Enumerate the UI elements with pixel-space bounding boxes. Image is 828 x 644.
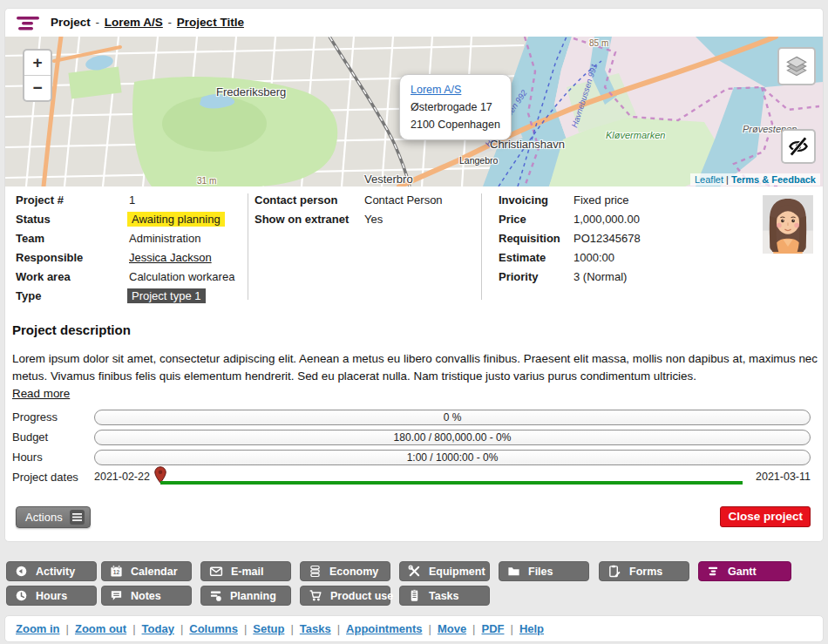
footer-link-columns[interactable]: Columns	[189, 622, 238, 635]
type-label: Type	[16, 289, 129, 302]
map-popup: Lorem A/S Østerbrogade 17 2100 Copenhage…	[399, 74, 512, 140]
page: Project - Lorem A/S - Project Title	[0, 0, 828, 644]
invoicing-label: Invoicing	[499, 193, 573, 207]
breadcrumb-project-link[interactable]: Project Title	[177, 16, 244, 29]
toolbar-button-files[interactable]: Files	[499, 561, 589, 581]
start-date: 2021-02-22	[94, 471, 150, 483]
layers-icon	[785, 55, 808, 78]
hamburger-icon	[70, 510, 85, 525]
status-badge: Awaiting planning	[127, 212, 225, 227]
status-value: Awaiting planning	[129, 213, 234, 226]
popup-company-link[interactable]: Lorem A/S	[411, 84, 461, 96]
details-divider	[481, 193, 482, 300]
toolbar-button-activity[interactable]: Activity	[6, 561, 97, 581]
project-number-label: Project #	[16, 193, 129, 207]
footer-link-today[interactable]: Today	[142, 622, 174, 635]
footer-panel: Zoom in| Zoom out| Today| Columns| Setup…	[4, 615, 824, 642]
breadcrumb-company-link[interactable]: Lorem A/S	[105, 16, 163, 29]
breadcrumb-separator: -	[166, 16, 174, 29]
leaflet-map[interactable]: Frederiksberg Vesterbro Christianshavn L…	[5, 37, 823, 186]
priority-value: 3 (Normal)	[573, 270, 641, 283]
product-use-icon	[309, 589, 322, 602]
leaflet-link[interactable]: Leaflet	[695, 174, 723, 185]
read-more-link[interactable]: Read more	[12, 387, 70, 400]
page-header: Project - Lorem A/S - Project Title	[5, 9, 823, 37]
calendar-icon: 12	[110, 565, 123, 578]
toolbar-button-calendar[interactable]: 12 Calendar	[101, 561, 192, 581]
footer-link-appointments[interactable]: Appointments	[346, 622, 422, 635]
footer-link-zoom-out[interactable]: Zoom out	[75, 622, 126, 635]
map-layers-button[interactable]	[777, 47, 816, 85]
breadcrumb-app: Project	[51, 16, 91, 29]
budget-bar: 180.00 / 800,000.00 - 0%	[94, 430, 811, 445]
status-label: Status	[16, 213, 129, 226]
details-divider	[248, 193, 248, 300]
toolbar-button-forms[interactable]: Forms	[599, 561, 689, 581]
map-label-klovermarken: Kløvermarken	[606, 130, 665, 140]
toolbar-button-hours[interactable]: Hours	[6, 586, 97, 606]
project-dates-label: Project dates	[12, 471, 78, 484]
footer-link-tasks[interactable]: Tasks	[300, 622, 331, 635]
project-dates-row: Project dates 2021-02-22 2021-03-11	[5, 470, 823, 485]
progress-row: Progress 0 %	[5, 410, 823, 425]
actions-menu-button[interactable]: Actions	[16, 506, 91, 528]
responsible-label: Responsible	[16, 251, 129, 264]
requisition-value: PO12345678	[573, 232, 641, 245]
breadcrumb-separator: -	[94, 16, 102, 29]
map-label-frederiksberg: Frederiksberg	[216, 85, 286, 98]
actions-label: Actions	[25, 511, 63, 524]
requisition-label: Requisition	[499, 232, 573, 245]
map-label-vesterbro: Vesterbro	[364, 173, 413, 186]
progress-label: Progress	[12, 410, 58, 424]
end-date: 2021-03-11	[756, 471, 811, 483]
close-project-button[interactable]: Close project	[720, 506, 811, 527]
gantt-brand-icon	[17, 16, 41, 31]
description-text: Lorem ipsum dolor sit amet, consectetur …	[12, 350, 818, 389]
footer-link-move[interactable]: Move	[438, 622, 466, 635]
priority-label: Priority	[499, 270, 573, 283]
type-value: Project type 1	[129, 289, 234, 302]
footer-link-setup[interactable]: Setup	[253, 622, 284, 635]
popup-address-line2: 2100 Copenhagen	[411, 119, 500, 131]
map-label-elevation-31: 31 m	[197, 176, 216, 186]
map-attribution: Leaflet | Terms & Feedback	[690, 173, 820, 186]
hours-row: Hours 1:00 / 1000:00 - 0%	[5, 450, 823, 465]
forms-icon	[607, 565, 621, 578]
invoicing-value: Fixed price	[573, 193, 641, 207]
svg-text:12: 12	[113, 569, 120, 575]
footer-link-zoom-in[interactable]: Zoom in	[16, 622, 60, 635]
progress-bar: 0 %	[94, 410, 811, 425]
team-value: Administration	[129, 232, 234, 245]
price-value: 1,000,000.00	[573, 213, 641, 226]
map-hide-button[interactable]	[781, 129, 816, 164]
toolbar-button-gantt[interactable]: Gantt	[698, 561, 791, 581]
breadcrumb: Project - Lorem A/S - Project Title	[51, 16, 244, 29]
toolbar-button-product-use[interactable]: Product use	[300, 586, 390, 606]
estimate-value: 1000:00	[573, 251, 641, 264]
footer-link-help[interactable]: Help	[519, 622, 544, 635]
responsible-link[interactable]: Jessica Jackson	[129, 251, 212, 264]
map-label-langebro: Langebro	[459, 155, 498, 166]
files-icon	[507, 565, 520, 578]
contact-label: Contact person	[255, 193, 364, 207]
toolbar-button-tasks[interactable]: Tasks	[399, 586, 490, 606]
description-heading: Project description	[12, 322, 131, 337]
budget-label: Budget	[12, 430, 48, 444]
planning-icon	[209, 589, 222, 602]
attribution-separator: |	[726, 174, 729, 185]
equipment-icon	[408, 565, 421, 578]
details-column-general: Project # 1 Status Awaiting planning Tea…	[16, 193, 234, 302]
details-column-contact: Contact person Contact Person Show on ex…	[255, 193, 443, 226]
zoom-out-button[interactable]: −	[24, 76, 51, 100]
toolbar-button-equipment[interactable]: Equipment	[399, 561, 490, 581]
zoom-in-button[interactable]: +	[24, 51, 51, 76]
toolbar-button-email[interactable]: E-mail	[200, 561, 291, 581]
footer-links: Zoom in| Zoom out| Today| Columns| Setup…	[16, 616, 544, 641]
type-badge: Project type 1	[127, 288, 206, 303]
terms-feedback-link[interactable]: Terms & Feedback	[731, 174, 816, 185]
toolbar-button-notes[interactable]: Notes	[101, 586, 192, 606]
footer-link-pdf[interactable]: PDF	[482, 622, 505, 635]
economy-icon	[309, 565, 322, 578]
toolbar-button-planning[interactable]: Planning	[200, 586, 291, 606]
toolbar-button-economy[interactable]: Economy	[300, 561, 390, 581]
